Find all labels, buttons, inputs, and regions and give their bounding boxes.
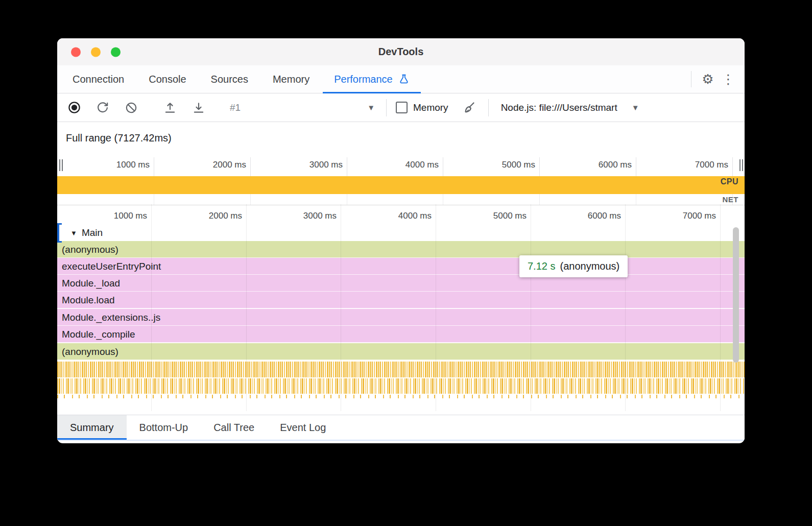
divider xyxy=(386,99,387,116)
net-overview-strip[interactable] xyxy=(57,194,745,205)
tab-performance[interactable]: Performance xyxy=(322,65,422,93)
gridline xyxy=(720,204,721,411)
tab-event-log[interactable]: Event Log xyxy=(267,415,339,440)
reload-and-record-icon[interactable] xyxy=(95,100,110,115)
kebab-menu-icon[interactable]: ⋮ xyxy=(718,69,738,89)
gridline xyxy=(246,204,247,411)
gridline xyxy=(443,157,443,176)
divider xyxy=(488,99,489,116)
gridline xyxy=(539,194,540,205)
tab-console[interactable]: Console xyxy=(136,65,198,93)
disclosure-triangle-icon[interactable]: ▼ xyxy=(70,229,77,237)
tab-bar-right-actions: ⚙ ⋮ xyxy=(685,65,745,93)
tab-summary[interactable]: Summary xyxy=(57,415,127,440)
flame-tick: 4000 ms xyxy=(355,211,432,221)
overview-tick: 4000 ms xyxy=(362,160,439,170)
overview-tick: 1000 ms xyxy=(73,160,150,170)
save-profile-icon[interactable] xyxy=(191,100,206,115)
experiment-flask-icon xyxy=(398,74,410,85)
net-strip-label: NET xyxy=(723,195,739,204)
performance-toolbar: #1 ▼ Memory Node.js: file:///Users/stmar… xyxy=(57,93,745,122)
range-handle-left[interactable] xyxy=(58,157,64,173)
gridline xyxy=(436,204,436,411)
frame-tooltip: 7.12 s (anonymous) xyxy=(519,255,628,277)
tab-bottom-up[interactable]: Bottom-Up xyxy=(127,415,201,440)
target-dropdown-caret-icon[interactable]: ▼ xyxy=(632,103,639,112)
track-selection-bracket xyxy=(57,223,62,243)
flame-tick: 5000 ms xyxy=(450,211,527,221)
gridline xyxy=(151,204,152,411)
divider xyxy=(691,71,691,87)
flame-frame-anonymous-2[interactable]: (anonymous) xyxy=(57,343,745,360)
memory-checkbox[interactable] xyxy=(396,102,408,113)
window-title: DevTools xyxy=(57,46,745,58)
overview-tick: 7000 ms xyxy=(652,160,728,170)
flame-frame-module-compile[interactable]: Module._compile xyxy=(57,326,745,343)
gridline xyxy=(539,157,540,176)
session-dropdown-caret-icon[interactable]: ▼ xyxy=(367,103,375,112)
details-tab-bar: Summary Bottom-Up Call Tree Event Log xyxy=(57,415,745,440)
window-controls xyxy=(71,47,121,57)
overview-tick: 3000 ms xyxy=(266,160,343,170)
tab-sources[interactable]: Sources xyxy=(199,65,260,93)
range-handle-right[interactable] xyxy=(738,157,744,173)
flame-micro-frames-band[interactable] xyxy=(57,395,745,398)
flame-tick: 7000 ms xyxy=(639,211,716,221)
flame-micro-frames-band[interactable] xyxy=(57,378,745,394)
gridline xyxy=(443,194,443,205)
target-select-value[interactable]: Node.js: file:///Users/stmart xyxy=(501,102,617,113)
title-bar: DevTools xyxy=(57,38,745,65)
gridline xyxy=(154,157,154,176)
flame-micro-frames-band[interactable] xyxy=(57,362,745,377)
load-profile-icon[interactable] xyxy=(162,100,178,115)
flame-tick: 6000 ms xyxy=(544,211,621,221)
minimize-window-button[interactable] xyxy=(91,47,101,57)
gridline xyxy=(347,157,347,176)
flame-frame-anonymous[interactable]: (anonymous) xyxy=(57,241,745,258)
flame-frame-module-load-underscore[interactable]: Module._load xyxy=(57,275,745,292)
panel-tab-bar: Connection Console Sources Memory Perfor… xyxy=(57,65,745,93)
gridline xyxy=(531,204,531,411)
gridline xyxy=(732,157,733,176)
flame-frame-module-extensions-js[interactable]: Module._extensions..js xyxy=(57,309,745,326)
settings-gear-icon[interactable]: ⚙ xyxy=(698,69,718,89)
gridline xyxy=(347,194,347,205)
gridline xyxy=(154,194,154,205)
tooltip-duration: 7.12 s xyxy=(528,260,555,272)
gridline xyxy=(625,204,626,411)
clear-recording-icon[interactable] xyxy=(124,100,139,115)
zoom-window-button[interactable] xyxy=(111,47,121,57)
overview-tick: 6000 ms xyxy=(555,160,632,170)
gridline xyxy=(636,157,636,176)
cpu-strip-label: CPU xyxy=(721,177,738,186)
flame-frame-module-load[interactable]: Module.load xyxy=(57,292,745,308)
flame-tick: 3000 ms xyxy=(260,211,337,221)
tooltip-frame-name: (anonymous) xyxy=(560,260,619,272)
drawer-divider xyxy=(57,440,745,441)
gridline xyxy=(250,157,251,176)
flame-tick: 1000 ms xyxy=(70,211,147,221)
vertical-scrollbar-thumb[interactable] xyxy=(733,227,739,363)
tab-connection[interactable]: Connection xyxy=(60,65,136,93)
gridline xyxy=(636,194,636,205)
flame-tick: 2000 ms xyxy=(165,211,242,221)
gridline xyxy=(250,194,251,205)
cpu-overview-strip[interactable] xyxy=(57,176,745,194)
overview-tick: 2000 ms xyxy=(170,160,246,170)
overview-tick: 5000 ms xyxy=(459,160,535,170)
tab-call-tree[interactable]: Call Tree xyxy=(201,415,267,440)
flame-frame-executeuserentrypoint[interactable]: executeUserEntryPoint xyxy=(57,258,745,275)
close-window-button[interactable] xyxy=(71,47,81,57)
tab-memory[interactable]: Memory xyxy=(260,65,322,93)
full-range-label: Full range (7127.42ms) xyxy=(66,132,172,144)
main-track-header[interactable]: ▼ Main xyxy=(57,225,103,241)
record-button[interactable] xyxy=(66,100,82,115)
devtools-window: DevTools Connection Console Sources Memo… xyxy=(57,38,745,443)
gridline xyxy=(341,204,341,411)
main-track-label: Main xyxy=(82,227,103,238)
session-select-value[interactable]: #1 xyxy=(230,102,241,113)
memory-checkbox-label[interactable]: Memory xyxy=(413,102,448,113)
collect-garbage-icon[interactable] xyxy=(462,100,477,115)
